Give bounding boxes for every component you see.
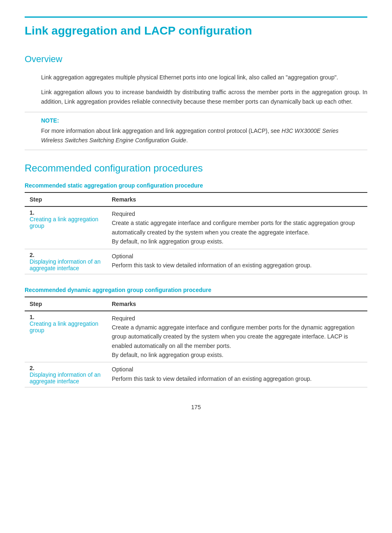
overview-paragraph-1: Link aggregation aggregates multiple phy… (41, 73, 367, 82)
static-row-1-remarks: Required Create a static aggregate inter… (107, 206, 367, 249)
page-title: Link aggregation and LACP configuration (25, 16, 367, 37)
dynamic-subsection-title: Recommended dynamic aggregation group co… (25, 287, 367, 293)
recommended-section-title: Recommended configuration procedures (25, 162, 367, 174)
overview-title: Overview (25, 54, 367, 65)
static-step-2-link[interactable]: Displaying information of an aggregate i… (30, 258, 101, 271)
dynamic-config-table: Step Remarks 1. Creating a link aggregat… (25, 297, 367, 388)
static-subsection-title: Recommended static aggregation group con… (25, 182, 367, 189)
dynamic-row-2: 2. Displaying information of an aggregat… (25, 362, 367, 387)
static-row-2-remarks: Optional Perform this task to view detai… (107, 249, 367, 274)
static-col-remarks: Remarks (107, 192, 367, 206)
dynamic-row-2-step: 2. Displaying information of an aggregat… (25, 362, 107, 387)
static-step-1-link[interactable]: Creating a link aggregation group (30, 216, 98, 229)
dynamic-row-2-remarks: Optional Perform this task to view detai… (107, 362, 367, 387)
dynamic-col-step: Step (25, 297, 107, 311)
page-number: 175 (25, 404, 367, 410)
note-label: NOTE: (41, 117, 351, 124)
dynamic-col-remarks: Remarks (107, 297, 367, 311)
dynamic-row-1-remarks: Required Create a dynamic aggregate inte… (107, 311, 367, 362)
dynamic-row-1: 1. Creating a link aggregation group Req… (25, 311, 367, 362)
static-col-step: Step (25, 192, 107, 206)
note-text: For more information about link aggregat… (41, 126, 351, 145)
dynamic-step-1-link[interactable]: Creating a link aggregation group (30, 320, 98, 334)
dynamic-step-2-link[interactable]: Displaying information of an aggregate i… (30, 371, 101, 385)
static-row-2-step: 2. Displaying information of an aggregat… (25, 249, 107, 274)
static-config-table: Step Remarks 1. Creating a link aggregat… (25, 192, 367, 274)
dynamic-row-1-step: 1. Creating a link aggregation group (25, 311, 107, 362)
note-box: NOTE: For more information about link ag… (25, 112, 367, 150)
static-row-1-step: 1. Creating a link aggregation group (25, 206, 107, 249)
static-row-2: 2. Displaying information of an aggregat… (25, 249, 367, 274)
static-row-1: 1. Creating a link aggregation group Req… (25, 206, 367, 249)
overview-paragraph-2: Link aggregation allows you to increase … (41, 88, 367, 106)
